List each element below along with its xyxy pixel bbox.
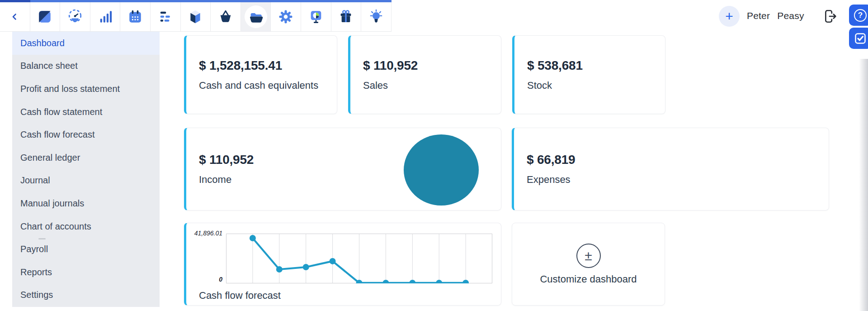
kpi-card-expenses[interactable]: $ 66,819Expenses — [512, 128, 829, 211]
kpi-label: Stock — [527, 80, 665, 91]
app-tab-dashboard-gauge[interactable] — [60, 2, 90, 31]
kpi-row-1: $ 1,528,155.41Cash and cash equivalents$… — [184, 35, 665, 114]
kpi-card-sales[interactable]: $ 110,952Sales — [348, 35, 501, 114]
help-button[interactable]: ? — [849, 5, 868, 26]
kpi-value: $ 538,681 — [527, 58, 665, 73]
scrollbar[interactable] — [859, 59, 868, 311]
sidebar-item-payroll[interactable]: Payroll — [12, 238, 160, 261]
sidebar-item-general-ledger[interactable]: General ledger — [12, 146, 160, 169]
sidebar: DashboardBalance sheetProfit and loss st… — [12, 32, 160, 307]
chevron-left-icon — [9, 11, 20, 22]
app-tab-inventory-book[interactable] — [181, 2, 211, 31]
inventory-book-icon — [188, 9, 203, 24]
sidebar-item-cash-flow-statement[interactable]: Cash flow statement — [12, 100, 160, 124]
back-button[interactable] — [0, 2, 30, 31]
kpi-row-2: $ 110,952Income$ 66,819Expenses — [184, 128, 829, 211]
app-tab-settings-gear[interactable] — [271, 2, 301, 31]
kpi-value: $ 1,528,155.41 — [199, 58, 337, 73]
app-tab-documents-folder[interactable] — [241, 2, 271, 31]
question-mark-icon: ? — [854, 9, 867, 22]
add-button[interactable]: + — [719, 6, 740, 27]
documents-folder-icon — [248, 9, 264, 24]
chart-y-axis-max-label: 41,896.01 — [190, 230, 222, 237]
bar-chart-icon — [98, 9, 113, 24]
sidebar-item-reports[interactable]: Reports — [12, 261, 160, 284]
sidebar-item-settings[interactable]: Settings — [12, 284, 160, 307]
kpi-card-stock[interactable]: $ 538,681Stock — [512, 35, 665, 114]
calendar-icon — [127, 9, 143, 24]
app-tab-planner[interactable] — [151, 2, 181, 31]
sidebar-item-balance-sheet[interactable]: Balance sheet — [12, 55, 160, 78]
bottom-row: 41,896.01 0 Cash flow forecast ± Customi… — [184, 223, 665, 306]
sidebar-item-journal[interactable]: Journal — [12, 169, 160, 192]
kpi-value: $ 66,819 — [527, 153, 829, 167]
kpi-card-cash-and-cash-equivalents[interactable]: $ 1,528,155.41Cash and cash equivalents — [184, 35, 337, 114]
settings-gear-icon — [278, 9, 293, 24]
sidebar-item-manual-journals[interactable]: Manual journals — [12, 192, 160, 215]
ideas-bulb-icon — [368, 9, 384, 24]
cash-flow-forecast-card[interactable]: 41,896.01 0 Cash flow forecast — [184, 223, 501, 306]
sidebar-item-profit-and-loss-statement[interactable]: Profit and loss statement — [12, 77, 160, 100]
dashboard-gauge-icon — [67, 9, 83, 24]
user-name[interactable]: Peter Peasy — [747, 0, 804, 32]
sidebar-divider — [38, 238, 46, 239]
kpi-label: Expenses — [527, 174, 829, 186]
planner-icon — [158, 9, 173, 24]
tasks-button[interactable] — [849, 28, 868, 49]
app-tab-basket[interactable] — [211, 2, 241, 31]
app-tab-calendar[interactable] — [120, 2, 151, 31]
sidebar-item-dashboard[interactable]: Dashboard — [12, 32, 160, 55]
top-bar: + Peter Peasy — [0, 0, 868, 32]
chart-y-axis-min-label: 0 — [190, 276, 222, 283]
sidebar-item-cash-flow-forecast[interactable]: Cash flow forecast — [12, 123, 160, 146]
checkmark-icon — [854, 32, 867, 45]
logout-icon[interactable] — [823, 9, 838, 24]
kpi-label: Cash and cash equivalents — [199, 80, 337, 91]
cash-flow-forecast-chart — [226, 234, 492, 283]
customize-dashboard-card[interactable]: ± Customize dashboard — [512, 223, 665, 306]
app-tab-bar-chart[interactable] — [90, 2, 121, 31]
kpi-card-income[interactable]: $ 110,952Income — [184, 128, 501, 211]
customize-dashboard-label: Customize dashboard — [540, 273, 637, 285]
presentation-icon — [308, 9, 324, 24]
diary-icon — [37, 9, 52, 24]
kpi-label: Sales — [363, 80, 501, 91]
app-tab-rewards-gift[interactable] — [331, 2, 362, 31]
basket-icon — [218, 9, 233, 24]
app-tab-ideas-bulb[interactable] — [361, 2, 392, 31]
rewards-gift-icon — [338, 9, 354, 24]
app-icon-toolbar — [0, 2, 392, 32]
sidebar-item-chart-of-accounts[interactable]: Chart of accounts — [12, 215, 160, 238]
plus-minus-icon: ± — [576, 244, 601, 268]
chart-title: Cash flow forecast — [199, 290, 281, 301]
app-tab-presentation[interactable] — [301, 2, 331, 31]
kpi-value: $ 110,952 — [363, 58, 501, 73]
app-tab-diary[interactable] — [30, 2, 61, 31]
income-pie-chart — [404, 134, 479, 206]
